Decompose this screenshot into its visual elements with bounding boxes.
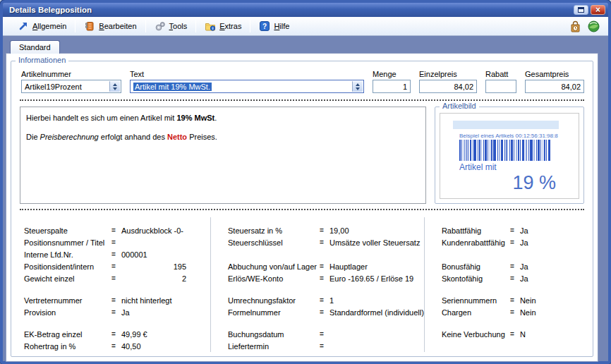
barcode-bar bbox=[533, 140, 535, 161]
content-panel: Informationen Artikelnummer Artikel19Pro… bbox=[6, 53, 598, 362]
barcode-bar bbox=[548, 140, 550, 161]
rabatt-label: Rabatt bbox=[485, 70, 516, 78]
article-image-caption: Artikel mit bbox=[459, 162, 574, 172]
barcode-bar bbox=[520, 140, 521, 161]
window-title: Details Belegposition bbox=[9, 6, 571, 14]
detail-label: Gewicht einzel bbox=[24, 274, 111, 283]
menu-item-hilfe[interactable]: ?Hilfe bbox=[253, 19, 296, 33]
details-column-2: Steuersatz in %=19,00Steuerschlüssel=Ums… bbox=[210, 217, 424, 352]
artikelnummer-spinner-button[interactable] bbox=[109, 81, 120, 92]
equals-sign: = bbox=[510, 226, 520, 234]
detail-label: Chargen bbox=[442, 308, 510, 317]
details-empty-row bbox=[442, 340, 586, 352]
menge-label: Menge bbox=[373, 70, 411, 78]
barcode-bar bbox=[493, 140, 496, 161]
description-line: Hierbei handelt es sich um einen Artikel… bbox=[26, 114, 420, 122]
details-row-positionsnummer-titel: Positionsnummer / Titel= bbox=[24, 236, 210, 248]
equals-sign: = bbox=[510, 308, 520, 316]
description-segment: Die bbox=[26, 133, 40, 141]
artikelnummer-value: Artikel19Prozent bbox=[25, 83, 82, 91]
description-segment: . bbox=[214, 114, 217, 122]
toolbar-right-icons bbox=[569, 20, 603, 32]
description-segment: Preisberechnung bbox=[40, 133, 99, 141]
details-spacer bbox=[228, 318, 424, 328]
menu-item-tools[interactable]: Tools bbox=[148, 19, 194, 33]
restore-icon bbox=[578, 7, 584, 13]
rabatt-input[interactable] bbox=[485, 80, 516, 93]
detail-label: EK-Betrag einzel bbox=[24, 330, 111, 339]
field-text: Text Artikel mit 19% MwSt. bbox=[130, 70, 364, 93]
text-value-selected: Artikel mit 19% MwSt. bbox=[133, 83, 212, 91]
barcode-bar bbox=[501, 140, 503, 161]
image-highlight-bar bbox=[453, 121, 559, 129]
close-button[interactable]: × bbox=[591, 5, 605, 15]
tab-standard[interactable]: Standard bbox=[10, 40, 60, 54]
details-spacer bbox=[442, 318, 586, 328]
gesamtpreis-input[interactable]: 84,02 bbox=[525, 80, 584, 93]
menu-item-allgemein[interactable]: Allgemein bbox=[11, 19, 73, 33]
detail-value: Hauptlager bbox=[329, 262, 368, 271]
barcode-bar bbox=[473, 140, 476, 161]
details-column-1: Steuerspalte=Ausdruckblock -0-Positionsn… bbox=[18, 217, 210, 352]
gears-icon bbox=[155, 20, 166, 32]
equals-sign: = bbox=[320, 274, 329, 282]
text-spinner-button[interactable] bbox=[352, 81, 363, 92]
detail-label: Steuerschlüssel bbox=[228, 238, 320, 247]
history-icon[interactable] bbox=[569, 20, 581, 32]
media-row: Hierbei handelt es sich um einen Artikel… bbox=[20, 107, 584, 204]
menu-item-extras[interactable]: iExtras bbox=[198, 19, 248, 33]
menge-value: 1 bbox=[403, 83, 407, 91]
detail-label: Rabattfähig bbox=[442, 226, 510, 235]
details-section: Steuerspalte=Ausdruckblock -0-Positionsn… bbox=[18, 217, 586, 352]
tabstrip: Standard bbox=[3, 36, 608, 53]
gesamtpreis-label: Gesamtpreis bbox=[525, 70, 584, 78]
fields-row: Artikelnummer Artikel19Prozent Text Arti… bbox=[18, 68, 586, 95]
barcode-image bbox=[459, 140, 551, 161]
barcode-bar bbox=[490, 140, 490, 161]
detail-label: Skontofähig bbox=[442, 274, 510, 283]
description-box[interactable]: Hierbei handelt es sich um einen Artikel… bbox=[20, 107, 426, 204]
einzelpreis-input[interactable]: 84,02 bbox=[419, 80, 477, 93]
equals-sign: = bbox=[510, 330, 520, 338]
detail-label: Keine Verbuchung bbox=[442, 330, 510, 339]
details-row-chargen: Chargen=Nein bbox=[442, 306, 586, 318]
detail-value: Ja bbox=[520, 262, 528, 271]
details-row-kundenrabattfähig: Kundenrabattfähig=Ja bbox=[442, 236, 586, 248]
equals-sign: = bbox=[111, 250, 121, 258]
detail-value: Ja bbox=[121, 308, 130, 317]
field-gesamtpreis: Gesamtpreis 84,02 bbox=[525, 70, 584, 93]
group-informationen: Informationen Artikelnummer Artikel19Pro… bbox=[11, 61, 593, 357]
group-informationen-label: Informationen bbox=[16, 56, 68, 64]
equals-sign: = bbox=[320, 262, 329, 270]
detail-label: Formelnummer bbox=[228, 308, 320, 317]
details-spacer bbox=[24, 318, 210, 328]
globe-icon[interactable] bbox=[588, 20, 600, 32]
article-image-percent: 19 % bbox=[444, 172, 574, 194]
detail-value: nicht hinterlegt bbox=[121, 296, 172, 305]
details-spacer bbox=[24, 284, 210, 294]
details-row-abbuchung-von-auf-lager: Abbuchung von/auf Lager=Hauptlager bbox=[228, 260, 424, 272]
equals-sign: = bbox=[111, 262, 121, 270]
description-segment: 19% MwSt bbox=[176, 114, 214, 122]
equals-sign: = bbox=[510, 274, 520, 282]
barcode-bar bbox=[470, 140, 471, 161]
barcode-bar bbox=[464, 140, 466, 161]
details-row-rabattfähig: Rabattfähig=Ja bbox=[442, 224, 586, 236]
details-row-keine-verbuchung: Keine Verbuchung=N bbox=[442, 328, 586, 340]
menge-input[interactable]: 1 bbox=[373, 80, 411, 93]
details-row-erlös-we-konto: Erlös/WE-Konto=Euro -169.65 / Erlöse 19 bbox=[228, 272, 424, 284]
restore-button[interactable] bbox=[574, 5, 588, 15]
details-spacer bbox=[442, 284, 586, 294]
artikelnummer-input[interactable]: Artikel19Prozent bbox=[21, 80, 121, 93]
barcode-bar bbox=[540, 140, 541, 161]
field-rabatt: Rabatt bbox=[485, 70, 516, 93]
menu-item-bearbeiten[interactable]: Bearbeiten bbox=[78, 19, 143, 33]
barcode-bar bbox=[472, 140, 473, 161]
separator bbox=[20, 99, 584, 101]
menu-item-label: Bearbeiten bbox=[99, 22, 136, 30]
details-row-steuerschlüssel: Steuerschlüssel=Umsätze voller Steuersat… bbox=[228, 236, 424, 248]
detail-label: Erlös/WE-Konto bbox=[228, 274, 320, 283]
menubar: AllgemeinBearbeitenToolsiExtras?Hilfe bbox=[3, 17, 608, 36]
text-input[interactable]: Artikel mit 19% MwSt. bbox=[130, 80, 364, 93]
barcode-bar bbox=[543, 140, 544, 161]
